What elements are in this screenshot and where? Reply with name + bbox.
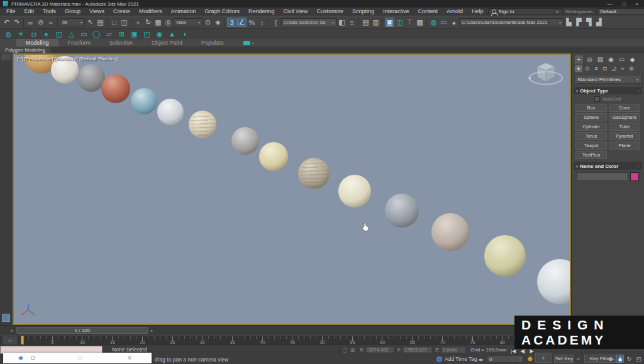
viewport-layout-icon[interactable]: [2, 314, 10, 322]
time-slider[interactable]: 0 / 100: [16, 327, 148, 334]
add-time-tag[interactable]: Add Time Tag: [436, 356, 477, 362]
time-slider-prev-icon[interactable]: ◂: [10, 328, 13, 333]
autogrid-checkbox[interactable]: [594, 96, 600, 102]
previous-frame-button[interactable]: ◀|: [520, 348, 525, 354]
ribbon-tab-freeform[interactable]: Freeform: [58, 39, 101, 47]
close-icon[interactable]: ×: [128, 355, 131, 361]
name-and-color-rollout[interactable]: ▾ Name and Color ▫: [574, 162, 642, 170]
menu-item-modifiers[interactable]: Modifiers: [135, 8, 167, 16]
eye-icon[interactable]: ◉: [155, 30, 164, 38]
sphere-object-15[interactable]: [537, 259, 571, 304]
restore-icon[interactable]: ◻: [77, 355, 82, 361]
grid-icon[interactable]: ⊞: [118, 30, 126, 38]
button-geosphere[interactable]: GeoSphere: [609, 113, 640, 121]
set-key-mode-button[interactable]: Set Key: [554, 355, 574, 363]
mirror-icon[interactable]: ◧: [337, 18, 347, 27]
select-and-link-icon[interactable]: ∞: [26, 18, 35, 27]
select-and-move-icon[interactable]: +: [133, 18, 143, 27]
menu-item-graph-editors[interactable]: Graph Editors: [200, 8, 244, 16]
sphere-object-10[interactable]: [298, 158, 330, 189]
selection-lock-icon[interactable]: ◻: [342, 347, 347, 353]
select-and-place-icon[interactable]: ◎: [164, 18, 173, 27]
recorder-overlay-window[interactable]: ◉ ◻ ◻ ×: [3, 353, 152, 363]
unlink-selection-icon[interactable]: ⊘: [36, 18, 45, 27]
ribbon-tab-selection[interactable]: Selection: [100, 39, 142, 47]
mini-curve-editor-button[interactable]: ≈: [3, 336, 18, 345]
space-warps-category-icon[interactable]: ≈: [619, 65, 626, 72]
sun-light-icon[interactable]: ☀: [17, 30, 25, 38]
sphere-object-14[interactable]: [484, 235, 526, 277]
modify-tab-icon[interactable]: ◎: [586, 55, 594, 63]
menu-item-edit[interactable]: Edit: [20, 8, 39, 16]
button-cone[interactable]: Cone: [609, 104, 640, 112]
ribbon-tab-object-paint[interactable]: Object Paint: [142, 39, 192, 47]
orbit-icon[interactable]: ↻: [625, 355, 633, 363]
edit-named-selection-sets-icon[interactable]: {: [271, 18, 280, 27]
menu-item-create[interactable]: Create: [109, 8, 135, 16]
menu-item-rendering[interactable]: Rendering: [244, 8, 279, 16]
percent-snap-toggle-icon[interactable]: %: [247, 18, 257, 27]
container-icon[interactable]: ◰: [143, 30, 151, 38]
snaps-toggle-icon[interactable]: 3: [227, 18, 236, 27]
workspaces-dropdown[interactable]: Default ▾: [597, 8, 644, 15]
sphere-object-12[interactable]: [385, 194, 419, 228]
button-cylinder[interactable]: Cylinder: [575, 123, 607, 131]
maximize-button[interactable]: □: [622, 1, 625, 7]
spinner-down-icon[interactable]: ▾: [519, 359, 521, 361]
select-and-rotate-icon[interactable]: ↻: [143, 18, 153, 27]
ribbon-tab-modeling[interactable]: Modeling: [16, 39, 58, 47]
close-button[interactable]: ×: [635, 1, 638, 7]
sheet-icon[interactable]: ▱: [105, 30, 113, 38]
sphere-object-9[interactable]: [259, 142, 288, 171]
select-object-icon[interactable]: ↖: [86, 18, 95, 27]
button-tube[interactable]: Tube: [609, 123, 640, 131]
viewport-label[interactable]: [+] [Perspective] [Standard] [Default Sh…: [17, 56, 118, 62]
helpers-category-icon[interactable]: ◿: [610, 65, 618, 72]
cone-icon[interactable]: △: [67, 30, 75, 38]
display-tab-icon[interactable]: ▭: [618, 55, 626, 63]
current-frame-field[interactable]: 0 ▴ ▾: [487, 355, 523, 363]
viewcube[interactable]: [526, 57, 566, 96]
menu-item-views[interactable]: Views: [85, 8, 109, 16]
pyramid-icon[interactable]: ▲: [168, 30, 176, 38]
menu-item-arnold[interactable]: Arnold: [442, 8, 467, 16]
reference-coordinate-system-dropdown[interactable]: View▾: [174, 18, 203, 26]
toggle-layer-explorer-icon[interactable]: ▥: [371, 18, 380, 27]
toggle-ribbon-icon[interactable]: ▣: [385, 18, 394, 27]
use-pivot-point-center-icon[interactable]: ⊙: [203, 18, 213, 27]
systems-category-icon[interactable]: ⊛: [628, 65, 635, 72]
utilities-tab-icon[interactable]: ◆: [628, 55, 636, 63]
x-coordinate-field[interactable]: -3074,902: [365, 346, 394, 353]
select-by-name-icon[interactable]: ▤: [96, 18, 105, 27]
ribbon-tab-populate[interactable]: Populate: [192, 39, 233, 47]
asset-library-icon[interactable]: ▙: [564, 18, 574, 27]
point-light-icon[interactable]: ◍: [4, 30, 13, 38]
minimize-button[interactable]: —: [607, 1, 612, 7]
perspective-viewport[interactable]: [+] [Perspective] [Standard] [Default Sh…: [13, 53, 571, 325]
pan-view-button[interactable]: [616, 355, 624, 363]
menu-item-tools[interactable]: Tools: [38, 8, 60, 16]
menu-item-customize[interactable]: Customize: [312, 8, 348, 16]
select-and-scale-icon[interactable]: ▦: [153, 18, 163, 27]
camera-icon[interactable]: ◘: [30, 30, 38, 38]
absolute-mode-icon[interactable]: ⊞: [350, 347, 355, 353]
sphere-object-7[interactable]: [189, 111, 216, 138]
named-selection-set-input[interactable]: Create Selection Se▾: [281, 18, 336, 26]
primitive-category-dropdown[interactable]: Standard Primitives ▾: [574, 75, 641, 84]
polygon-modeling-panel[interactable]: Polygon Modeling: [0, 47, 50, 53]
sphere-object-13[interactable]: [431, 213, 469, 251]
selection-filter-dropdown[interactable]: All▾: [60, 18, 85, 26]
z-coordinate-field[interactable]: 0,0mm: [441, 346, 466, 353]
track-bar[interactable]: ≈ 5101520253035404550556065707580: [0, 335, 571, 345]
button-torus[interactable]: Torus: [575, 132, 607, 140]
torus-icon[interactable]: ◯: [92, 30, 101, 38]
zoom-extents-icon[interactable]: ⊕: [606, 355, 614, 363]
project-folder-dropdown[interactable]: C:\Users\User\Documents\3ds Max 2021▾: [459, 18, 564, 26]
capsule-icon[interactable]: ▭: [80, 30, 88, 38]
toggle-scene-explorer-icon[interactable]: ▤: [361, 18, 370, 27]
align-icon[interactable]: ≡: [347, 18, 357, 27]
window-crossing-toggle-icon[interactable]: ◫: [119, 18, 129, 27]
default-in-out-tangents-icon[interactable]: [528, 356, 533, 361]
time-slider-next-icon[interactable]: ▸: [151, 328, 153, 333]
menu-item-file[interactable]: File: [2, 8, 20, 16]
